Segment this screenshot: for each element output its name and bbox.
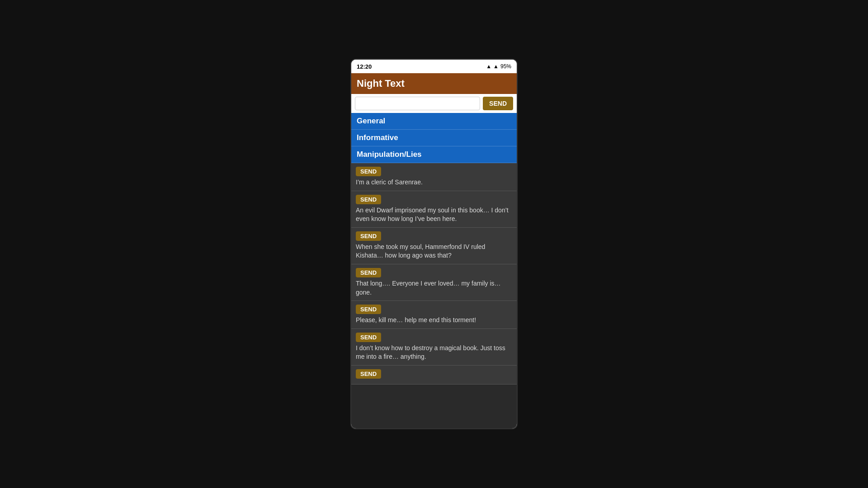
- send-button-msg3[interactable]: SEND: [356, 231, 381, 241]
- message-text-5: Please, kill me… help me end this tormen…: [356, 316, 512, 325]
- category-tabs: General Informative Manipulation/Lies: [351, 113, 517, 163]
- send-button-msg5[interactable]: SEND: [356, 305, 381, 314]
- list-item: SEND Please, kill me… help me end this t…: [351, 301, 517, 329]
- app-header: Night Text: [351, 73, 517, 94]
- phone-frame: 12:20 ▲ ▲ 95% Night Text SEND General In…: [350, 59, 518, 429]
- send-button-msg1[interactable]: SEND: [356, 167, 381, 176]
- message-text-1: I’m a cleric of Sarenrae.: [356, 178, 512, 187]
- send-button-msg2[interactable]: SEND: [356, 195, 381, 204]
- battery-label: 95%: [500, 63, 511, 70]
- wifi-icon: ▲: [486, 63, 491, 70]
- tab-informative[interactable]: Informative: [351, 130, 517, 146]
- send-main-button[interactable]: SEND: [483, 97, 513, 110]
- list-item: SEND I don’t know how to destroy a magic…: [351, 329, 517, 366]
- send-button-msg6[interactable]: SEND: [356, 333, 381, 342]
- message-text-6: I don’t know how to destroy a magical bo…: [356, 344, 512, 361]
- status-bar: 12:20 ▲ ▲ 95%: [351, 60, 517, 73]
- status-time: 12:20: [357, 63, 372, 70]
- message-input[interactable]: [355, 97, 480, 110]
- list-item: SEND When she took my soul, Hammerfond I…: [351, 228, 517, 264]
- app-title: Night Text: [357, 78, 405, 89]
- list-item: SEND I’m a cleric of Sarenrae.: [351, 163, 517, 191]
- input-row: SEND: [351, 94, 517, 113]
- message-text-4: That long…. Everyone I ever loved… my fa…: [356, 279, 512, 297]
- message-list: SEND I’m a cleric of Sarenrae. SEND An e…: [351, 163, 517, 428]
- send-button-msg7[interactable]: SEND: [356, 369, 381, 379]
- status-icons: ▲ ▲ 95%: [486, 63, 511, 70]
- message-text-2: An evil Dwarf imprisoned my soul in this…: [356, 206, 512, 224]
- message-text-3: When she took my soul, Hammerfond IV rul…: [356, 243, 512, 260]
- list-item: SEND: [351, 366, 517, 385]
- list-item: SEND An evil Dwarf imprisoned my soul in…: [351, 191, 517, 228]
- tab-manipulation[interactable]: Manipulation/Lies: [351, 146, 517, 163]
- list-item: SEND That long…. Everyone I ever loved… …: [351, 264, 517, 301]
- send-button-msg4[interactable]: SEND: [356, 268, 381, 277]
- tab-general[interactable]: General: [351, 113, 517, 130]
- signal-icon: ▲: [493, 63, 499, 70]
